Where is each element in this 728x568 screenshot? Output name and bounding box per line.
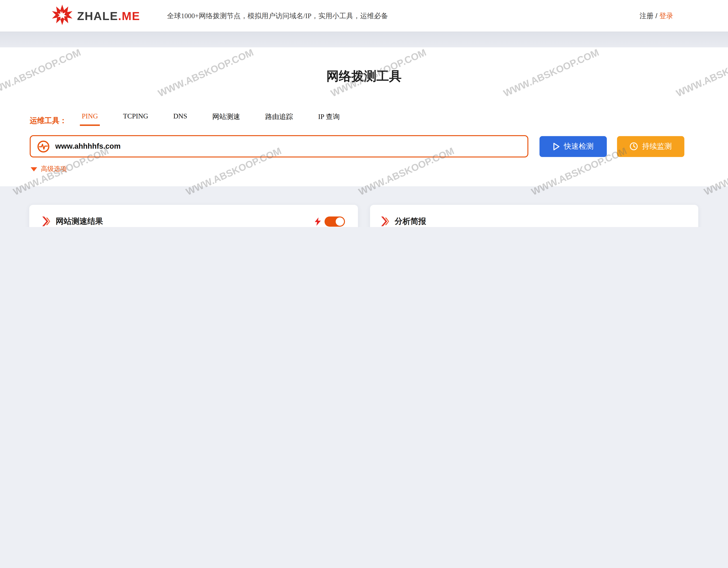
panel-title: 分析简报: [395, 216, 426, 227]
tab-dns[interactable]: DNS: [171, 112, 189, 126]
url-input-box: [30, 135, 528, 157]
china-latency-map: 超时> 250 ms201 - 250ms101 - 200ms51 - 100…: [42, 227, 345, 227]
toggle-knob: [336, 217, 344, 225]
play-icon: [553, 142, 560, 150]
quick-test-button[interactable]: 快速检测: [540, 136, 607, 157]
starburst-logo-icon: [52, 5, 72, 27]
speedtest-result-card: 网站测速结果: [29, 205, 358, 227]
map-mode-toggle[interactable]: [324, 216, 345, 226]
lightning-icon: [315, 217, 321, 225]
page-title: 网络拨测工具: [0, 47, 728, 84]
page: ZHALE.ME 全球1000+网络拨测节点，模拟用户访问域名/IP，实用小工具…: [0, 0, 728, 227]
monitor-button[interactable]: 持续监测: [617, 136, 684, 157]
auth-links: 注册 / 登录: [640, 11, 673, 20]
auth-separator: /: [655, 11, 659, 19]
query-row: 快速检测 持续监测: [30, 135, 698, 157]
tool-tabs-row: 运维工具： PINGTCPINGDNS网站测速路由追踪IP 查询: [30, 112, 728, 126]
top-navbar: ZHALE.ME 全球1000+网络拨测节点，模拟用户访问域名/IP，实用小工具…: [0, 0, 728, 32]
tab-tcping[interactable]: TCPING: [121, 112, 150, 126]
chevron-down-icon: [31, 167, 37, 171]
analysis-report-card: 分析简报 中国地区 海外地区 103个检测点参与测速，当前进度 100.00% …: [370, 205, 698, 227]
register-link[interactable]: 注册: [640, 11, 653, 19]
tab-路由追踪[interactable]: 路由追踪: [263, 112, 295, 126]
target-url-input[interactable]: [54, 142, 527, 151]
pulse-icon: [37, 140, 50, 153]
double-chevron-icon: [381, 216, 389, 226]
tab-网站测速[interactable]: 网站测速: [210, 112, 242, 126]
double-chevron-icon: [42, 216, 50, 226]
tool-tabs: PINGTCPINGDNS网站测速路由追踪IP 查询: [80, 112, 363, 126]
content-area: 网站测速结果: [0, 186, 728, 227]
advanced-options-toggle[interactable]: 高级选项: [31, 165, 728, 179]
login-link[interactable]: 登录: [659, 11, 673, 19]
tab-ping[interactable]: PING: [80, 112, 100, 126]
panel-title: 网站测速结果: [56, 216, 103, 227]
tab-ip-查询[interactable]: IP 查询: [316, 112, 342, 126]
tool-section: 网络拨测工具 运维工具： PINGTCPINGDNS网站测速路由追踪IP 查询 …: [0, 47, 728, 186]
clock-icon: [629, 142, 638, 150]
header-divider-band: [0, 32, 728, 47]
site-tagline: 全球1000+网络拨测节点，模拟用户访问域名/IP，实用小工具，运维必备: [167, 11, 388, 20]
logo[interactable]: ZHALE.ME: [52, 5, 140, 27]
tools-label: 运维工具：: [30, 116, 67, 126]
logo-text: ZHALE.ME: [77, 9, 140, 23]
